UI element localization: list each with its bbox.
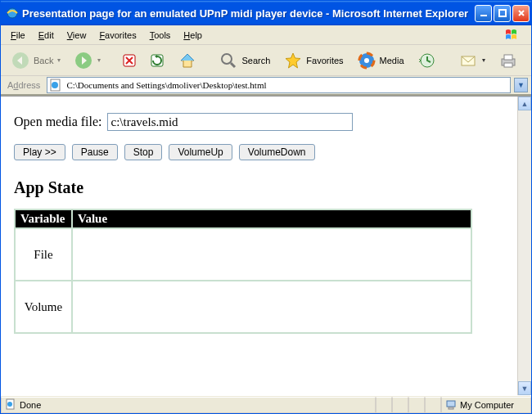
volume-down-button[interactable]: VolumeDown	[239, 144, 315, 160]
menu-favorites[interactable]: Favorites	[92, 28, 142, 43]
app-state-heading: App State	[14, 178, 504, 197]
svg-rect-22	[449, 407, 453, 409]
chevron-down-icon: ▾	[97, 56, 101, 64]
mail-icon	[458, 51, 478, 70]
scroll-down-button[interactable]: ▼	[518, 381, 531, 395]
ie-page-icon	[5, 398, 16, 412]
search-button[interactable]: Search	[214, 48, 275, 73]
menu-view[interactable]: View	[61, 28, 93, 43]
media-button[interactable]: Media	[352, 48, 409, 73]
ie-window: Presentation page for an emulated UPnP m…	[0, 0, 532, 414]
svg-point-20	[7, 402, 12, 407]
history-icon	[417, 51, 437, 70]
address-field-wrapper[interactable]	[47, 77, 511, 93]
status-pane-5	[425, 397, 441, 413]
volume-up-button[interactable]: VolumeUp	[169, 144, 232, 160]
toolbar: Back ▾ ▾ Search Favorites Media	[1, 45, 531, 76]
window-title: Presentation page for an emulated UPnP m…	[22, 7, 475, 20]
forward-icon	[74, 51, 93, 70]
status-bar: Done My Computer	[1, 395, 531, 413]
ie-page-icon	[49, 79, 62, 92]
ie-logo-icon	[6, 7, 19, 20]
open-file-label: Open media file:	[14, 115, 102, 129]
status-text: Done	[20, 400, 41, 410]
titlebar[interactable]: Presentation page for an emulated UPnP m…	[1, 1, 531, 25]
stop-button[interactable]: Stop	[124, 144, 163, 160]
svg-rect-21	[447, 401, 455, 407]
media-icon	[357, 51, 376, 70]
app-state-table: Variable Value File Volume	[14, 209, 472, 334]
open-file-input[interactable]	[107, 113, 353, 131]
col-value: Value	[72, 209, 471, 228]
svg-point-7	[222, 54, 232, 64]
security-zone: My Computer	[441, 397, 531, 413]
maximize-button[interactable]	[494, 5, 511, 22]
status-pane-4	[408, 397, 425, 413]
edit-button[interactable]	[526, 48, 532, 73]
table-row: File	[15, 228, 471, 281]
window-buttons	[475, 5, 530, 22]
back-icon	[11, 51, 30, 70]
home-icon	[178, 51, 197, 70]
table-row: Volume	[15, 281, 471, 333]
refresh-button[interactable]	[145, 48, 169, 73]
svg-rect-15	[504, 63, 512, 67]
table-header-row: Variable Value	[15, 209, 471, 228]
zone-text: My Computer	[460, 400, 514, 410]
svg-point-18	[52, 82, 58, 88]
svg-rect-14	[504, 55, 512, 60]
vertical-scrollbar[interactable]: ▲ ▼	[517, 97, 531, 395]
viewport: Open media file: Play >> Pause Stop Volu…	[1, 96, 531, 395]
status-pane: Done	[1, 397, 376, 413]
open-file-row: Open media file:	[14, 113, 504, 131]
cell-value	[72, 281, 471, 333]
history-button[interactable]	[413, 48, 442, 73]
chevron-down-icon: ▼	[517, 81, 525, 89]
chevron-down-icon: ▾	[57, 56, 61, 64]
status-pane-3	[392, 397, 408, 413]
cell-variable: Volume	[15, 281, 72, 333]
menu-tools[interactable]: Tools	[143, 28, 178, 43]
menu-edit[interactable]: Edit	[32, 28, 61, 43]
menu-help[interactable]: Help	[177, 28, 209, 43]
cell-value	[72, 228, 471, 281]
refresh-icon	[150, 53, 165, 68]
address-dropdown-button[interactable]: ▼	[514, 78, 528, 92]
address-input[interactable]	[65, 79, 508, 91]
menubar: File Edit View Favorites Tools Help	[1, 25, 531, 45]
play-button[interactable]: Play >>	[14, 144, 65, 160]
svg-rect-1	[480, 15, 487, 16]
stop-icon	[122, 53, 137, 68]
star-icon	[283, 51, 303, 70]
control-buttons: Play >> Pause Stop VolumeUp VolumeDown	[14, 144, 504, 160]
scroll-up-button[interactable]: ▲	[518, 97, 531, 110]
svg-rect-2	[499, 10, 506, 16]
close-button[interactable]	[512, 5, 530, 22]
svg-point-10	[364, 58, 369, 63]
address-bar: Address ▼	[1, 76, 531, 96]
stop-button-toolbar[interactable]	[117, 48, 142, 73]
print-button[interactable]	[494, 48, 523, 73]
forward-button: ▾	[69, 48, 106, 73]
scroll-track[interactable]	[518, 110, 531, 381]
svg-point-0	[7, 8, 17, 18]
status-pane-2	[376, 397, 392, 413]
page-body: Open media file: Play >> Pause Stop Volu…	[1, 97, 517, 395]
favorites-button[interactable]: Favorites	[278, 48, 348, 73]
back-button: Back ▾	[6, 48, 65, 73]
address-label: Address	[4, 80, 43, 90]
col-variable: Variable	[15, 209, 72, 228]
mail-button[interactable]: ▾	[453, 48, 490, 73]
menu-file[interactable]: File	[4, 28, 32, 43]
print-icon	[498, 51, 518, 70]
home-button[interactable]	[173, 48, 202, 73]
chevron-down-icon: ▾	[482, 56, 485, 64]
cell-variable: File	[15, 228, 72, 281]
search-icon	[219, 51, 238, 70]
windows-flag-icon	[498, 26, 528, 44]
minimize-button[interactable]	[475, 5, 492, 22]
my-computer-icon	[445, 398, 457, 412]
pause-button[interactable]: Pause	[72, 144, 118, 160]
